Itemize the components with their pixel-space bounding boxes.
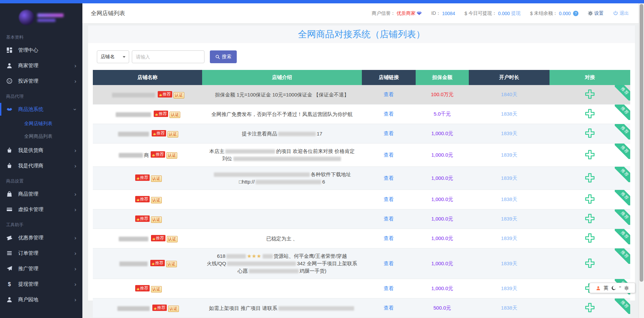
- sidebar-item-商品管理[interactable]: 商品管理›: [0, 186, 82, 202]
- connect-button[interactable]: [585, 128, 595, 138]
- text-fragment: 如需上架项目 推广项目 请联系: [209, 305, 277, 311]
- sidebar-item-商品池系统[interactable]: 商品池系统›: [0, 102, 82, 117]
- shop-name-cell: 推荐认证: [93, 229, 202, 248]
- intro-line: 各种软件下载地址: [205, 171, 359, 178]
- sidebar-item-label: 投诉管理: [18, 78, 74, 84]
- recommend-ribbon: 推荐: [615, 124, 630, 140]
- connect-button[interactable]: [585, 233, 595, 243]
- chevron-right-icon: ›: [74, 78, 76, 84]
- chevron-right-icon: ›: [74, 250, 76, 256]
- recommend-ribbon: 推荐: [615, 144, 630, 159]
- shop-intro-cell: 提卡注意看商品17: [202, 124, 362, 144]
- sidebar-subitem-全网商品列表[interactable]: 全网商品列表: [0, 130, 82, 143]
- sidebar-item-订单管理[interactable]: 订单管理›: [0, 245, 82, 261]
- shop-name-cell: 推荐认证: [93, 190, 202, 209]
- shop-link-cell: 查看: [362, 144, 416, 167]
- scrollbar-thumb[interactable]: [640, 4, 643, 282]
- svg-text:$: $: [8, 281, 11, 287]
- recommend-badge: 推荐: [158, 91, 172, 97]
- connect-button[interactable]: [585, 213, 595, 224]
- view-link[interactable]: 查看: [384, 305, 394, 311]
- connect-button[interactable]: [585, 89, 595, 99]
- view-link[interactable]: 查看: [384, 130, 394, 136]
- sidebar-item-虚拟卡管理[interactable]: 虚拟卡管理›: [0, 202, 82, 217]
- recommend-ribbon: 推荐: [615, 248, 630, 264]
- col-account-age: 开户时长: [469, 70, 550, 85]
- shop-name-cell: 商推荐认证: [93, 144, 202, 167]
- search-type-select[interactable]: 店铺名: [97, 50, 129, 63]
- connect-cell: 推荐: [550, 144, 630, 167]
- plane-icon: [6, 265, 13, 272]
- toolbar-gear-icon[interactable]: [624, 286, 629, 290]
- sidebar-item-推广管理[interactable]: 推广管理›: [0, 261, 82, 276]
- dashboard-icon: [6, 47, 13, 53]
- sidebar-item-提现管理[interactable]: $提现管理›: [0, 276, 82, 292]
- connect-button[interactable]: [585, 194, 595, 204]
- sidebar-item-商户园地[interactable]: 商户园地›: [0, 292, 82, 307]
- connect-button[interactable]: [585, 150, 595, 160]
- sidebar-item-优惠券管理[interactable]: 优惠券管理›: [0, 230, 82, 245]
- page-scrollbar[interactable]: [639, 3, 644, 318]
- sidebar-item-商家管理[interactable]: 商家管理›: [0, 58, 82, 73]
- recommend-badge: 推荐: [135, 174, 150, 181]
- recommend-badge: 推荐: [152, 305, 167, 311]
- recommend-badge: 推荐: [154, 111, 168, 117]
- list-icon: [6, 250, 13, 256]
- recommend-ribbon: 推荐: [615, 105, 630, 120]
- settings-button[interactable]: 设置: [588, 10, 604, 16]
- search-input[interactable]: [132, 50, 204, 63]
- connect-button[interactable]: [585, 173, 595, 183]
- connect-cell: 推荐: [550, 209, 630, 229]
- today-withdrawable: $ 今日可提现： 0.000 提现: [464, 10, 521, 16]
- logout-button[interactable]: 退出: [613, 10, 629, 16]
- main-area: 全网店铺列表 商户信誉： 优质商家 ID： 10084 $ 今日可提现： 0.0…: [82, 3, 644, 318]
- connect-button[interactable]: [585, 258, 595, 268]
- quote-marks-icon[interactable]: ’’: [619, 285, 621, 291]
- chevron-right-icon: ›: [74, 235, 76, 241]
- view-link[interactable]: 查看: [384, 216, 394, 222]
- view-link[interactable]: 查看: [384, 196, 394, 202]
- logo: [0, 5, 82, 30]
- shop-intro-cell: [202, 279, 362, 299]
- shops-table: 店铺名称 店铺介绍 店铺链接 担保金额 开户时长 对接 推荐认证担保金额 1元=…: [93, 70, 630, 318]
- sidebar-item-label: 推广管理: [18, 266, 74, 272]
- connect-cell: 推荐: [550, 105, 630, 124]
- withdraw-link[interactable]: 提现: [511, 10, 521, 16]
- sidebar-item-我是代理商[interactable]: 我是代理商›: [0, 158, 82, 173]
- sidebar-subitem-全网店铺列表[interactable]: 全网店铺列表: [0, 117, 82, 130]
- view-link[interactable]: 查看: [384, 285, 394, 291]
- merchant-reputation: 商户信誉： 优质商家: [372, 10, 422, 16]
- intro-line: 到位: [205, 155, 359, 162]
- view-link[interactable]: 查看: [384, 175, 394, 181]
- thumb-up-icon: [152, 262, 155, 265]
- deposit-amount-cell: 500.0元: [416, 299, 469, 318]
- search-button[interactable]: 搜索: [210, 50, 237, 63]
- deposit-amount: 100.0万元: [431, 91, 454, 97]
- person-icon[interactable]: [596, 286, 601, 290]
- account-age-cell: 1839天: [469, 248, 550, 279]
- sidebar-item-我是供货商[interactable]: 我是供货商›: [0, 143, 82, 158]
- redacted-text: [214, 172, 310, 177]
- certified-badge: 认证: [151, 286, 162, 292]
- moon-icon[interactable]: [611, 286, 616, 290]
- view-link[interactable]: 查看: [384, 235, 394, 241]
- deposit-amount-cell: 1,000.0元: [416, 190, 469, 209]
- view-link[interactable]: 查看: [384, 111, 394, 117]
- sidebar-item-管理中心[interactable]: 管理中心: [0, 42, 82, 58]
- logo-text: [37, 13, 64, 22]
- sidebar-item-投诉管理[interactable]: 投诉管理›: [0, 73, 82, 89]
- view-link[interactable]: 查看: [384, 152, 394, 158]
- connect-button[interactable]: [585, 109, 595, 119]
- language-toggle[interactable]: 英: [604, 285, 608, 291]
- recommend-badge: 推荐: [135, 196, 150, 202]
- view-link[interactable]: 查看: [384, 91, 394, 97]
- account-age-cell: 1839天: [469, 167, 550, 190]
- view-link[interactable]: 查看: [384, 261, 394, 266]
- unsettled-balance: $ 未结余额： 0.000 ?: [530, 10, 578, 16]
- deposit-amount-cell: 1,000.0元: [416, 229, 469, 248]
- help-icon[interactable]: ?: [573, 11, 578, 16]
- redacted-text: [227, 262, 296, 266]
- shop-intro-cell: 各种软件下载地址□http://6: [202, 167, 362, 190]
- deposit-amount-cell: 1,000.0元: [416, 248, 469, 279]
- connect-button[interactable]: [585, 303, 595, 313]
